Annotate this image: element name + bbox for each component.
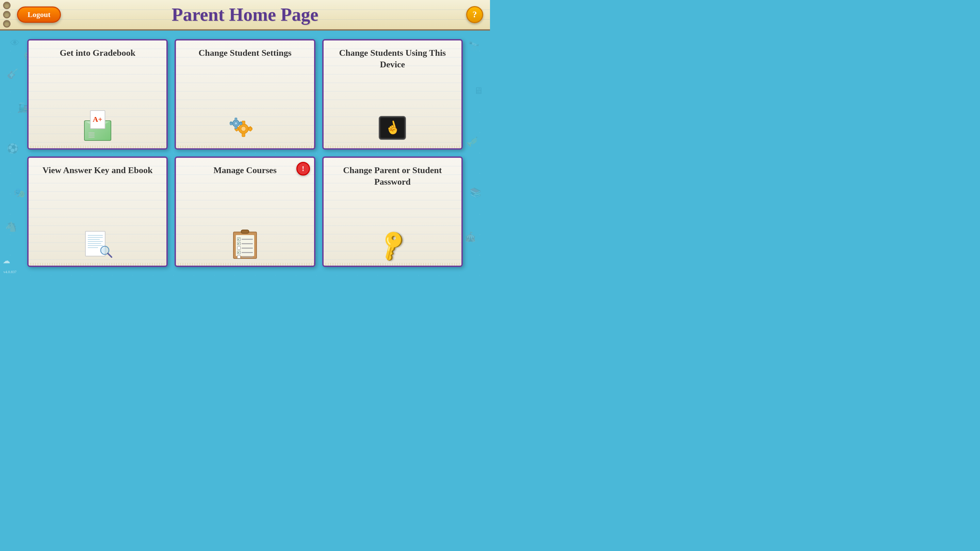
device-icon: ☝: [375, 113, 409, 143]
spiral-hole: [3, 11, 11, 18]
gradebook-icon: A+: [81, 113, 115, 143]
logout-button[interactable]: Logout: [17, 6, 61, 23]
change-password-card-title: Change Parent or Student Password: [329, 165, 456, 188]
svg-rect-3: [242, 133, 245, 137]
gradebook-card-title: Get into Gradebook: [60, 47, 135, 59]
page-title: Parent Home Page: [172, 4, 318, 25]
main-content: Get into Gradebook A+ Change Student Set…: [0, 30, 490, 275]
help-button[interactable]: ?: [466, 6, 483, 23]
svg-point-1: [241, 127, 246, 131]
student-settings-card[interactable]: Change Student Settings: [175, 39, 315, 150]
answer-key-card-title: View Answer Key and Ebook: [43, 165, 153, 176]
change-device-card-title: Change Students Using This Device: [329, 47, 456, 70]
svg-rect-12: [235, 118, 237, 121]
gradebook-card[interactable]: Get into Gradebook A+: [27, 39, 168, 150]
change-password-card[interactable]: Change Parent or Student Password 🔑: [322, 156, 463, 267]
change-device-card[interactable]: Change Students Using This Device ☝: [322, 39, 463, 150]
cloud-icon: ☁: [3, 256, 10, 265]
student-settings-card-title: Change Student Settings: [198, 47, 291, 59]
svg-point-21: [102, 247, 108, 253]
manage-courses-card[interactable]: ! Manage Courses ✓ ✓: [175, 156, 315, 267]
svg-point-11: [234, 122, 237, 125]
spiral-hole: [3, 2, 11, 9]
key-icon: 🔑: [374, 227, 411, 263]
svg-rect-13: [235, 126, 237, 129]
password-icon: 🔑: [375, 230, 409, 260]
answerkey-icon: [81, 230, 115, 260]
courses-icon: ✓ ✓ ✓: [228, 230, 262, 260]
header: Logout Parent Home Page ?: [0, 0, 490, 30]
version-label: v4.0.837: [3, 270, 17, 274]
settings-icon: [228, 113, 262, 143]
manage-courses-card-title: Manage Courses: [213, 165, 277, 176]
spiral-hole: [3, 20, 11, 27]
answer-key-card[interactable]: View Answer Key and Ebook: [27, 156, 168, 267]
alert-badge: !: [296, 162, 310, 176]
svg-line-22: [108, 253, 111, 257]
spiral-binding: [0, 0, 14, 29]
svg-rect-2: [242, 121, 245, 125]
hand-pointer-icon: ☝: [383, 119, 401, 137]
